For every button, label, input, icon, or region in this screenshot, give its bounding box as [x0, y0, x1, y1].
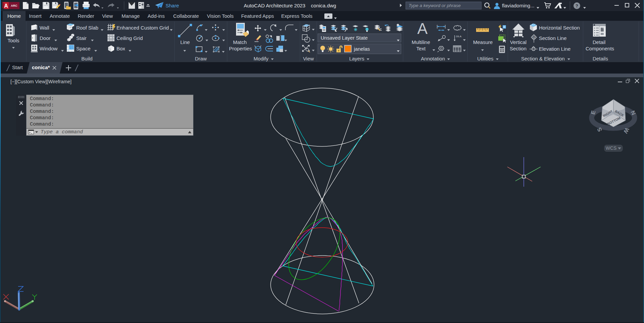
svg-text:A: A — [533, 36, 535, 39]
svg-text:?: ? — [576, 3, 578, 8]
svg-text:ARC: ARC — [11, 4, 17, 7]
svg-text:09.A: 09.A — [456, 35, 462, 38]
svg-text:A: A — [4, 3, 8, 9]
